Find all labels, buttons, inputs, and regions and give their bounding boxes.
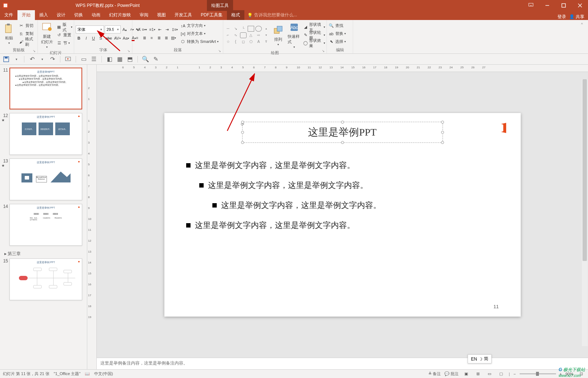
replace-button[interactable]: ab替换 ▾ xyxy=(328,30,346,38)
decrease-indent-button[interactable]: ⇤ xyxy=(157,26,163,33)
char-spacing-button[interactable]: AV▾ xyxy=(113,35,121,42)
font-name-input[interactable] xyxy=(76,27,99,32)
thumbnail-13[interactable]: 这里是举例 PPT Microsoft Excel Worksheet xyxy=(9,158,82,200)
italic-button[interactable]: I xyxy=(83,35,89,42)
resize-handle[interactable] xyxy=(441,121,444,124)
minimize-button[interactable] xyxy=(539,0,555,11)
qat-btn3[interactable]: ◧ xyxy=(105,55,113,63)
smartart-button[interactable]: ⬡转换为 SmartArt ▾ xyxy=(180,38,218,46)
maximize-button[interactable] xyxy=(555,0,572,11)
drawing-launcher[interactable]: ↘ xyxy=(322,49,325,53)
resize-handle[interactable] xyxy=(341,141,344,144)
qat-more[interactable]: ▾ xyxy=(12,55,20,63)
reset-button[interactable]: ↺重置 xyxy=(56,31,72,39)
bold-button[interactable]: B xyxy=(76,35,82,42)
shapes-expand[interactable]: ⊽ xyxy=(263,39,269,45)
shape-more-down[interactable]: ▾ xyxy=(263,32,269,38)
arrange-button[interactable]: 排列▾ xyxy=(271,21,285,49)
notes-toggle[interactable]: ≜ 备注 xyxy=(428,371,441,377)
increase-font-button[interactable]: A▴ xyxy=(121,26,128,33)
zoom-thumb[interactable] xyxy=(536,372,539,376)
tab-home[interactable]: 开始 xyxy=(17,10,35,20)
align-text-button[interactable]: [≡]对齐文本 ▾ xyxy=(180,30,218,38)
justify-button[interactable]: ≣ xyxy=(156,34,162,41)
thumbnail-15[interactable]: 这里是举例 PPT xyxy=(9,258,82,300)
clipboard-launcher[interactable]: ↘ xyxy=(33,49,36,53)
shape-line-icon[interactable]: ─ xyxy=(225,26,231,32)
qat-btn6[interactable]: 🔍 xyxy=(141,55,149,63)
notes-pane[interactable]: 这里是举例备注内容，这里是举例备注内容。 xyxy=(97,358,588,369)
shape-elbow-icon[interactable]: ⌐ xyxy=(225,32,231,38)
new-slide-button[interactable]: 新建 幻灯片 ▾ xyxy=(39,21,55,49)
bullets-button[interactable]: ≡•▾ xyxy=(141,26,148,33)
qat-btn7[interactable]: ✎ xyxy=(152,55,160,63)
strike-button[interactable]: abc xyxy=(105,35,113,42)
reading-view-button[interactable]: ▭ xyxy=(485,371,493,377)
tab-animation[interactable]: 动画 xyxy=(87,10,105,20)
align-center-button[interactable]: ≣ xyxy=(141,34,148,41)
shadow-button[interactable]: S xyxy=(97,35,104,42)
resize-handle[interactable] xyxy=(441,131,444,134)
zoom-slider[interactable] xyxy=(520,373,556,374)
change-case-button[interactable]: Aa▾ xyxy=(122,35,130,42)
thumbnail-11[interactable]: 这里是举例PPT 这里是举例文字内容，这里是举例文字内容。 这里是举例文字内容，… xyxy=(9,68,82,109)
spellcheck-icon[interactable]: 📖 xyxy=(85,371,90,376)
notes-text[interactable]: 这里是举例备注内容，这里是举例备注内容。 xyxy=(100,361,188,366)
shapes-gallery[interactable]: ─ ↘ └ ▴ xyxy=(225,26,269,32)
tab-slideshow[interactable]: 幻灯片放映 xyxy=(105,10,135,20)
increase-indent-button[interactable]: ⇥ xyxy=(164,26,171,33)
tab-pdf[interactable]: PDF工具集 xyxy=(196,10,227,20)
tab-developer[interactable]: 开发工具 xyxy=(170,10,196,20)
resize-handle[interactable] xyxy=(441,141,444,144)
comments-toggle[interactable]: 💬 批注 xyxy=(444,371,459,377)
qat-btn4[interactable]: ▦ xyxy=(116,55,124,63)
line-spacing-button[interactable]: ‡≡▾ xyxy=(171,26,179,33)
tab-insert[interactable]: 插入 xyxy=(35,10,52,20)
quick-styles-button[interactable]: Abc快速样式▾ xyxy=(287,21,301,49)
shape-arrow2-icon[interactable]: ⇨ xyxy=(255,32,262,38)
share-button[interactable]: 👤 共享 xyxy=(569,14,584,20)
shape-rect-icon[interactable] xyxy=(248,26,254,32)
align-left-button[interactable]: ≡ xyxy=(134,34,140,41)
qat-btn5[interactable]: ⬒ xyxy=(126,55,134,63)
zoom-out-button[interactable]: − xyxy=(513,372,516,376)
shape-triangle-icon[interactable]: △ xyxy=(248,32,254,38)
shape-more-up[interactable]: ▴ xyxy=(263,26,269,32)
shape-effects-button[interactable]: ◯形状效果 ▾ xyxy=(303,39,325,47)
section-header[interactable]: ▸ 第三章 xyxy=(1,249,85,258)
layout-button[interactable]: ▦版式 ▾ xyxy=(56,23,72,31)
font-name-combo[interactable]: ▾ xyxy=(76,25,104,33)
normal-view-button[interactable]: ▣ xyxy=(462,371,470,377)
resize-handle[interactable] xyxy=(241,121,244,124)
title-placeholder[interactable]: ⟳ 这里是举例PPT xyxy=(244,124,441,141)
distribute-button[interactable]: ≣ xyxy=(163,34,169,41)
format-painter-button[interactable]: 🖌格式刷 xyxy=(19,38,36,46)
resize-handle[interactable] xyxy=(241,131,244,134)
thumbnail-12[interactable]: 这里是举例 PPT 打开软件。找到选项卡。进行操作。 xyxy=(9,113,82,155)
shape-callout-icon[interactable]: ◻ xyxy=(240,39,247,45)
columns-button[interactable]: ▥▾ xyxy=(170,34,177,41)
align-right-button[interactable]: ≡ xyxy=(148,34,155,41)
shape-text-icon[interactable]: A xyxy=(255,39,262,45)
shape-brace-icon[interactable]: { xyxy=(232,39,239,45)
undo-button[interactable]: ↶ xyxy=(28,55,36,63)
resize-handle[interactable] xyxy=(241,141,244,144)
font-size-input[interactable] xyxy=(105,27,115,32)
find-button[interactable]: 🔍查找 xyxy=(328,22,346,30)
shape-curve-icon[interactable]: ∿ xyxy=(232,32,239,38)
tell-me[interactable]: 💡 告诉我您想要做什么... xyxy=(247,10,297,20)
slide-thumbnails-panel[interactable]: 11 这里是举例PPT 这里是举例文字内容，这里是举例文字内容。 这里是举例文字… xyxy=(0,65,87,369)
thumbnail-14[interactable]: 这里是举例 PPT ||||||||||||||||||||||||||||||… xyxy=(9,204,82,246)
sorter-view-button[interactable]: ⊞ xyxy=(474,371,482,377)
save-button[interactable] xyxy=(2,55,10,63)
slide-canvas[interactable]: ⟳ 这里是举例PPT 这里是举例文字内容，这里是举例文字内容。 这里是举例文字内… xyxy=(97,72,588,358)
body-placeholder[interactable]: 这里是举例文字内容，这里是举例文字内容。 这里是举例文字内容，这里是举例文字内容… xyxy=(186,155,499,235)
tab-transition[interactable]: 切换 xyxy=(70,10,87,20)
slide-counter[interactable]: 幻灯片 第 11 张，共 21 张 xyxy=(3,371,49,377)
tab-review[interactable]: 审阅 xyxy=(135,10,153,20)
shape-oval-icon[interactable] xyxy=(255,26,262,32)
numbering-button[interactable]: ≡1▾ xyxy=(148,26,156,33)
resize-handle[interactable] xyxy=(341,121,344,124)
tab-format[interactable]: 格式 xyxy=(227,10,244,20)
login-link[interactable]: 登录 xyxy=(557,14,566,20)
